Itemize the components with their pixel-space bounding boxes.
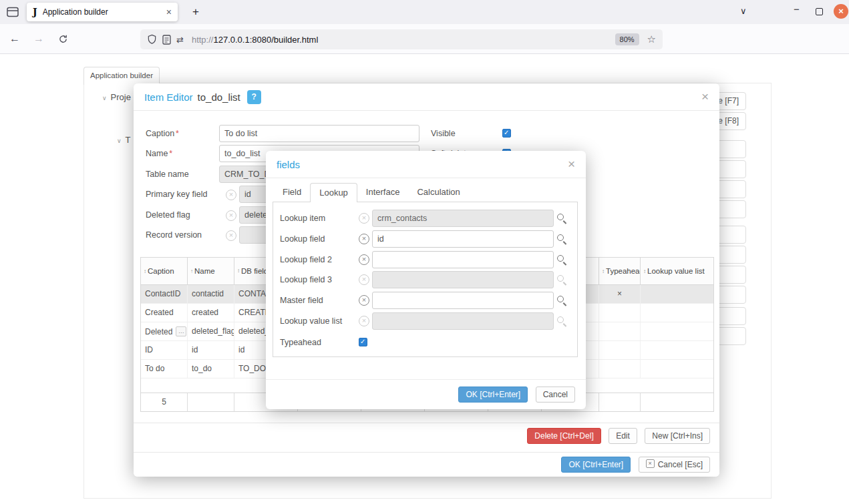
- tree-item-task[interactable]: ∨T: [117, 135, 131, 145]
- tab-field[interactable]: Field: [274, 183, 310, 202]
- cell-caption: To do: [141, 360, 188, 378]
- page-tab-application-builder[interactable]: Application builder: [83, 67, 160, 85]
- permissions-icon[interactable]: ⇄: [176, 35, 184, 45]
- column-header-lookup-value-list[interactable]: ↕Lookup value list: [641, 258, 713, 284]
- tab-calculation[interactable]: Calculation: [408, 183, 468, 202]
- new-tab-button[interactable]: +: [187, 3, 204, 21]
- column-header-caption[interactable]: ↕Caption: [141, 258, 188, 284]
- browser-toolbar: ← → ⇄ http://127.0.0.1:8080/builder.html…: [0, 24, 849, 54]
- lookup-field-2-input[interactable]: [372, 251, 554, 268]
- tabs-dropdown-icon[interactable]: ∨: [740, 6, 747, 16]
- cell-name: deleted_flag: [188, 322, 234, 340]
- search-icon[interactable]: [556, 254, 567, 265]
- cancel-button[interactable]: Cancel [Esc]: [639, 457, 710, 473]
- typeahead-checkbox[interactable]: [359, 338, 367, 346]
- browser-sidebar-icon[interactable]: [6, 5, 19, 19]
- clear-icon[interactable]: [359, 234, 369, 244]
- cell-caption: ContactID: [141, 285, 188, 303]
- escape-icon: [646, 459, 655, 468]
- caption-input[interactable]: [219, 125, 419, 142]
- help-button[interactable]: ?: [247, 90, 261, 104]
- cell-caption: Created: [141, 304, 188, 322]
- tree-item-label: Proje: [111, 92, 131, 102]
- tab-favicon: J: [33, 7, 37, 17]
- cancel-button[interactable]: Cancel: [536, 387, 575, 403]
- back-icon[interactable]: ←: [5, 24, 24, 53]
- lookup-field-input[interactable]: [372, 230, 554, 248]
- window-maximize-button[interactable]: [816, 8, 823, 15]
- search-icon[interactable]: [556, 295, 567, 306]
- chevron-down-icon: ∨: [102, 95, 107, 101]
- dialog-subtitle: to_do_list: [198, 91, 240, 103]
- edit-button[interactable]: Edit: [609, 428, 637, 444]
- ok-button[interactable]: OK [Ctrl+Enter]: [458, 387, 528, 403]
- fields-dialog-footer: OK [Ctrl+Enter] Cancel: [266, 379, 586, 409]
- lookup-field-3-input: [372, 271, 554, 288]
- required-mark: *: [176, 129, 179, 138]
- browser-tab[interactable]: J Application builder ×: [27, 3, 178, 21]
- chevron-down-icon: ∨: [117, 138, 122, 144]
- typeahead-label: Typeahead: [280, 334, 321, 351]
- ok-button[interactable]: OK [Ctrl+Enter]: [561, 457, 631, 473]
- record-version-label: Record version: [146, 226, 202, 244]
- tab-lookup[interactable]: Lookup: [310, 183, 357, 202]
- search-icon[interactable]: [556, 213, 567, 224]
- cell-name: contactid: [188, 285, 234, 303]
- lookup-value-list-input: [372, 312, 554, 330]
- zoom-badge[interactable]: 80%: [615, 33, 639, 45]
- search-icon: [556, 316, 567, 326]
- new-button[interactable]: New [Ctrl+Ins]: [645, 428, 710, 444]
- site-info-icon[interactable]: [162, 35, 171, 45]
- row-more-button[interactable]: …: [176, 326, 186, 336]
- caption-label: Caption*: [146, 125, 179, 142]
- cell-lookup-value-list: [641, 322, 713, 340]
- clear-icon[interactable]: [359, 295, 369, 306]
- lookup-field-3-label: Lookup field 3: [280, 271, 332, 288]
- clear-icon: [359, 274, 369, 285]
- close-icon[interactable]: ×: [568, 157, 575, 172]
- sort-icon: ↕: [643, 268, 646, 274]
- lookup-item-label: Lookup item: [280, 210, 325, 227]
- url-host-path: 127.0.0.1:8080/builder.html: [213, 35, 318, 45]
- cell-typeahead: [599, 304, 641, 322]
- clear-icon: [359, 316, 369, 326]
- page-tab-label: Application builder: [90, 71, 153, 79]
- column-header-name[interactable]: ↑Name: [188, 258, 234, 284]
- cell-lookup-value-list: [641, 304, 713, 322]
- clear-icon: [359, 213, 369, 224]
- search-icon[interactable]: [556, 234, 567, 244]
- forward-icon[interactable]: →: [29, 24, 48, 53]
- clear-icon[interactable]: [359, 254, 369, 265]
- cell-caption: Deleted: [145, 323, 172, 340]
- grid-toolbar: Delete [Ctrl+Del] Edit New [Ctrl+Ins]: [134, 423, 719, 452]
- column-header-typeahead[interactable]: ↕Typeahead: [599, 258, 641, 284]
- fields-dialog-header: fields ×: [266, 151, 586, 178]
- tree-item-projects[interactable]: ∨Proje: [102, 92, 131, 102]
- tab-close-icon[interactable]: ×: [166, 7, 172, 17]
- master-field-input[interactable]: [372, 292, 554, 309]
- lookup-value-list-label: Lookup value list: [280, 312, 342, 330]
- lookup-field-2-label: Lookup field 2: [280, 251, 332, 268]
- sort-icon: ↕: [237, 267, 240, 275]
- cell-caption: ID: [141, 341, 188, 359]
- bookmark-star-icon[interactable]: ☆: [647, 33, 656, 45]
- reload-icon[interactable]: [53, 24, 72, 53]
- search-icon: [556, 274, 567, 285]
- window-minimize-button[interactable]: −: [794, 3, 800, 15]
- delete-button[interactable]: Delete [Ctrl+Del]: [527, 428, 601, 444]
- dialog-title: fields: [277, 159, 300, 170]
- name-label: Name*: [146, 145, 172, 162]
- sort-icon: ↑: [190, 268, 193, 274]
- cell-typeahead: [599, 360, 641, 378]
- shield-icon[interactable]: [147, 34, 157, 45]
- visible-label: Visible: [431, 125, 456, 142]
- lookup-field-label: Lookup field: [280, 230, 325, 248]
- window-close-button[interactable]: ×: [834, 4, 848, 19]
- lookup-item-input: [372, 210, 554, 227]
- screen: J Application builder × + ∨ − × ← → ⇄ ht…: [0, 0, 849, 504]
- cell-lookup-value-list: [641, 341, 713, 359]
- close-icon[interactable]: ×: [701, 89, 709, 104]
- visible-checkbox[interactable]: [502, 129, 511, 138]
- tab-interface[interactable]: Interface: [357, 183, 409, 202]
- url-bar[interactable]: ⇄ http://127.0.0.1:8080/builder.html 80%…: [140, 29, 663, 49]
